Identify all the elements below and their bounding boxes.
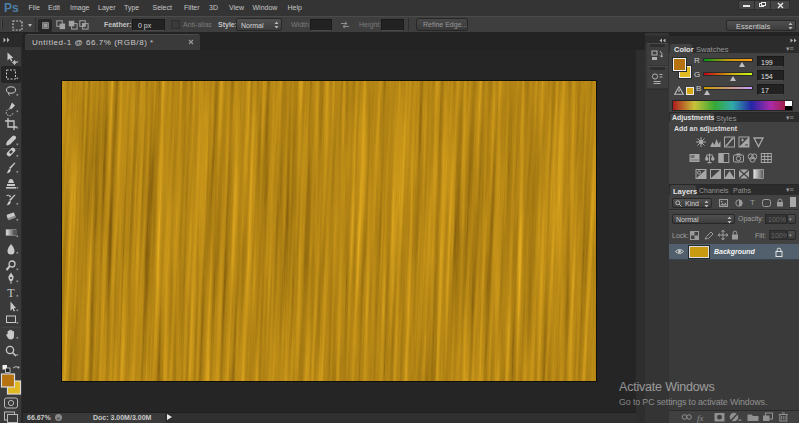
svg-text:T: T <box>7 286 15 300</box>
svg-text:fx: fx <box>697 413 704 423</box>
